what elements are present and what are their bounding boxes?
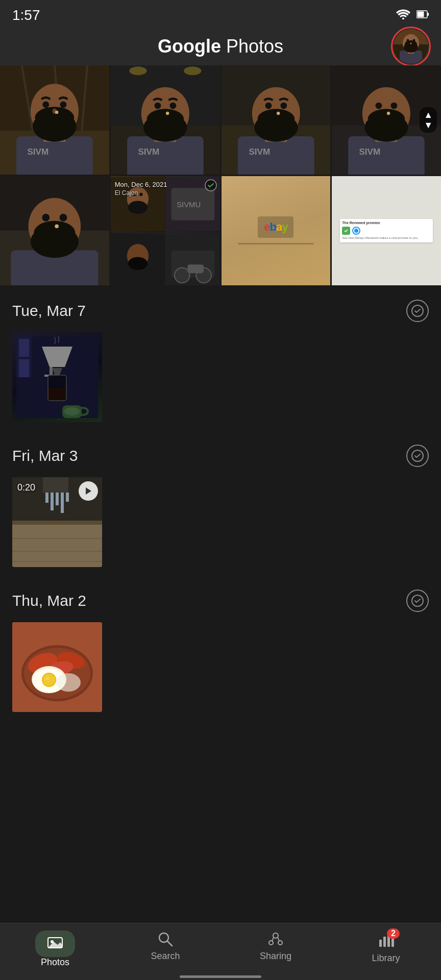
photo-coffee[interactable]	[12, 332, 102, 422]
svg-rect-3	[418, 12, 424, 17]
svg-line-143	[167, 941, 172, 946]
svg-point-136	[43, 674, 55, 686]
svg-rect-95	[187, 264, 204, 273]
status-bar: 1:57	[0, 0, 441, 28]
nav-label-photos: Photos	[41, 957, 69, 968]
svg-point-79	[55, 224, 59, 228]
nav-label-sharing: Sharing	[260, 951, 291, 962]
svg-text:SIVM: SIVM	[359, 147, 381, 157]
svg-point-0	[402, 18, 404, 20]
collage-date: Mon, Dec 6, 2021	[115, 180, 167, 189]
app-title: Google Photos	[158, 36, 283, 57]
svg-point-27	[42, 102, 49, 108]
svg-point-30	[55, 111, 58, 114]
svg-rect-101	[19, 339, 29, 357]
collage-location: El Cajon	[115, 189, 167, 197]
date-section-fri-mar-3: Fri, Mar 3	[0, 430, 441, 575]
video-duration-badge: 0:20	[17, 482, 35, 493]
svg-point-33	[129, 66, 146, 75]
collage-date-overlay: Mon, Dec 6, 2021 El Cajon	[115, 180, 167, 197]
video-play-button[interactable]	[79, 481, 98, 501]
nav-label-search: Search	[151, 951, 180, 962]
svg-line-147	[272, 937, 274, 941]
svg-point-90	[128, 257, 148, 270]
date-section-tue-mar-7: Tue, Mar 7	[0, 285, 441, 430]
select-day-button-tue-mar-7[interactable]	[406, 300, 429, 322]
svg-point-138	[56, 673, 81, 692]
date-section-thu-mar-2: Thu, Mar 2	[0, 575, 441, 720]
svg-point-42	[154, 103, 161, 109]
home-indicator	[180, 975, 261, 978]
photo-cell-selfie-1[interactable]: SIVM	[0, 65, 109, 175]
nav-photos-active-bg	[35, 930, 75, 957]
svg-point-68	[387, 112, 390, 115]
photo-cell-portrait[interactable]	[0, 176, 109, 285]
food-photo-content	[12, 622, 102, 712]
svg-point-67	[391, 103, 398, 109]
svg-text:SIVM: SIVM	[249, 147, 270, 157]
svg-marker-141	[48, 942, 62, 948]
status-time: 1:57	[12, 7, 40, 23]
date-header-fri-mar-3: Fri, Mar 3	[12, 445, 429, 467]
svg-rect-121	[51, 493, 54, 510]
svg-point-56	[276, 112, 279, 115]
video-thumbnail: 0:20	[12, 477, 102, 567]
photos-icon	[46, 934, 64, 951]
date-label-thu-mar-2: Thu, Mar 2	[12, 592, 86, 609]
svg-point-12	[407, 39, 409, 42]
svg-rect-122	[56, 493, 59, 505]
nav-label-library: Library	[372, 953, 400, 964]
main-content: Tue, Mar 7	[0, 285, 441, 781]
date-header-thu-mar-2: Thu, Mar 2	[12, 590, 429, 612]
svg-point-77	[42, 213, 50, 221]
svg-point-66	[376, 103, 382, 109]
app-title-photos: Photos	[221, 36, 283, 57]
svg-text:SIVM: SIVM	[27, 147, 48, 157]
photo-food[interactable]	[12, 622, 102, 712]
photo-grid-top: SIVM	[0, 65, 441, 285]
collage-check	[205, 179, 217, 193]
svg-rect-2	[428, 13, 429, 16]
wifi-icon	[396, 9, 410, 21]
nav-item-photos[interactable]: Photos	[0, 923, 110, 972]
svg-point-44	[166, 112, 169, 115]
nav-item-search[interactable]: Search	[110, 923, 220, 972]
user-avatar-button[interactable]	[391, 27, 431, 66]
grid-row-2: SIVMU	[0, 176, 441, 285]
photo-cell-selfie-3[interactable]: SIVM	[222, 65, 331, 175]
scroll-arrows[interactable]: ▲ ▼	[420, 107, 437, 133]
svg-rect-150	[383, 937, 386, 947]
library-badge: 2	[387, 928, 400, 939]
svg-point-54	[265, 103, 272, 109]
photo-video[interactable]: 0:20	[12, 477, 102, 567]
svg-point-65	[375, 109, 399, 120]
svg-point-14	[410, 43, 412, 44]
svg-rect-118	[12, 521, 102, 525]
scroll-down-arrow[interactable]: ▼	[424, 120, 433, 130]
photo-cell-ebay[interactable]: ebay	[222, 176, 331, 285]
doc-content: The Renewed promise See how Always Renew…	[340, 219, 433, 242]
scroll-up-arrow[interactable]: ▲	[424, 110, 433, 119]
photo-cell-collage[interactable]: SIVMU	[111, 176, 220, 285]
svg-point-53	[264, 109, 288, 120]
photo-cell-selfie-2[interactable]: SIVM	[111, 65, 220, 175]
svg-rect-113	[12, 523, 102, 567]
photo-cell-doc[interactable]: The Renewed promise See how Always Renew…	[332, 176, 441, 285]
nav-library-icon-wrapper: 2	[377, 930, 395, 953]
svg-point-43	[169, 103, 176, 109]
select-day-button-thu-mar-2[interactable]	[406, 590, 429, 612]
date-label-fri-mar-3: Fri, Mar 3	[12, 447, 78, 464]
svg-point-82	[128, 201, 148, 213]
ebay-logo: ebay	[258, 216, 293, 238]
svg-text:SIVM: SIVM	[138, 147, 159, 157]
select-day-button-fri-mar-3[interactable]	[406, 445, 429, 467]
svg-point-41	[153, 109, 177, 120]
nav-item-sharing[interactable]: Sharing	[220, 923, 331, 972]
svg-point-137	[45, 676, 50, 680]
svg-point-78	[59, 213, 67, 221]
photos-row-thu-mar-2	[12, 622, 429, 712]
date-header-tue-mar-7: Tue, Mar 7	[12, 300, 429, 322]
nav-item-library[interactable]: 2 Library	[331, 923, 441, 972]
photo-cell-selfie-4[interactable]: SIVM ▲ ▼	[332, 65, 441, 175]
search-icon	[157, 930, 174, 948]
